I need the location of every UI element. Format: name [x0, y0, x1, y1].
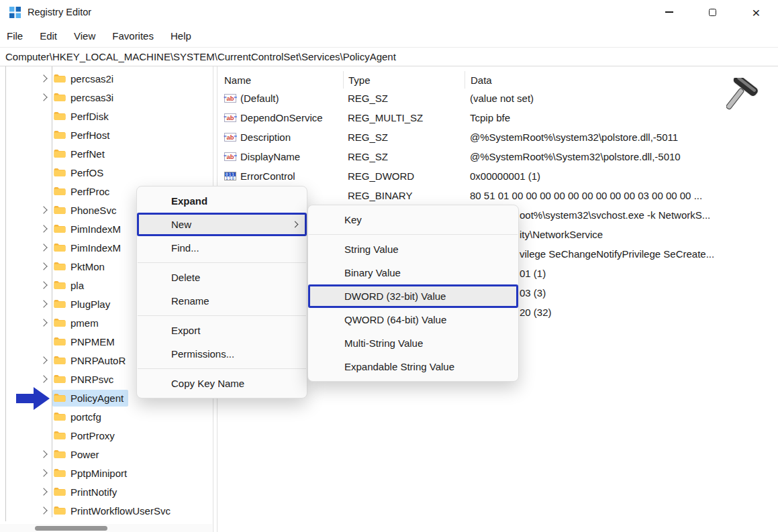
- expand-chevron-icon[interactable]: [40, 507, 47, 514]
- context-menu-item-rename[interactable]: Rename: [137, 289, 307, 313]
- tree-item-portproxy[interactable]: PortProxy: [0, 426, 213, 445]
- tree-item-perfos[interactable]: PerfOS: [0, 163, 213, 182]
- folder-icon: [54, 487, 66, 496]
- expand-chevron-icon[interactable]: [40, 206, 47, 213]
- folder-icon: [54, 205, 66, 215]
- tree-item-perfdisk[interactable]: PerfDisk: [0, 107, 213, 125]
- minimize-button[interactable]: [647, 0, 691, 24]
- new-submenu-item-expandable-string-value[interactable]: Expandable String Value: [308, 355, 518, 378]
- new-submenu-item-dword-32-bit-value[interactable]: DWORD (32-bit) Value: [308, 284, 518, 308]
- tree-item-label: PhoneSvc: [70, 205, 116, 216]
- new-submenu: KeyString ValueBinary ValueDWORD (32-bit…: [307, 205, 519, 382]
- annotation-arrow-icon: [16, 386, 51, 411]
- value-name-cell: "ab"DependOnService: [217, 112, 343, 123]
- submenu-arrow-icon: [292, 221, 299, 228]
- new-submenu-item-binary-value[interactable]: Binary Value: [308, 261, 518, 284]
- column-header-name[interactable]: Name: [217, 71, 343, 89]
- folder-icon: [54, 243, 66, 252]
- context-menu-item-copy-key-name[interactable]: Copy Key Name: [137, 372, 307, 395]
- tree-item-label: PNRPsvc: [70, 374, 113, 385]
- expand-chevron-icon[interactable]: [40, 469, 47, 476]
- tree-horizontal-scrollbar-thumb[interactable]: [35, 526, 107, 531]
- tree-item-printnotify[interactable]: PrintNotify: [0, 482, 213, 501]
- folder-icon: [54, 280, 66, 290]
- folder-icon: [54, 393, 66, 403]
- maximize-button[interactable]: [691, 0, 734, 24]
- expand-chevron-icon[interactable]: [40, 225, 47, 232]
- value-row-displayname[interactable]: "ab"DisplayNameREG_SZ@%SystemRoot%\Syste…: [217, 147, 778, 166]
- value-name: (Default): [240, 93, 279, 104]
- expand-chevron-icon[interactable]: [40, 93, 47, 101]
- expand-chevron-icon[interactable]: [40, 244, 47, 251]
- tree-item-perfhost[interactable]: PerfHost: [0, 125, 213, 144]
- tree-item-label: PptpMiniport: [70, 468, 127, 479]
- tree-item-label: PlugPlay: [70, 299, 110, 310]
- folder-icon: [54, 356, 66, 365]
- new-submenu-item-key[interactable]: Key: [308, 208, 518, 231]
- expand-chevron-icon[interactable]: [40, 262, 47, 270]
- menu-item-label: Export: [171, 325, 200, 336]
- value-row-dependonservice[interactable]: "ab"DependOnServiceREG_MULTI_SZTcpip bfe: [217, 108, 778, 127]
- window-controls: ×: [647, 0, 778, 24]
- folder-icon: [54, 224, 66, 233]
- expand-chevron-icon[interactable]: [40, 319, 47, 326]
- menu-favorites[interactable]: Favorites: [111, 29, 154, 43]
- value-type: REG_DWORD: [343, 170, 465, 182]
- tree-item-pptpminiport[interactable]: PptpMiniport: [0, 464, 213, 482]
- context-menu-item-delete[interactable]: Delete: [137, 266, 307, 289]
- context-menu-item-permissions[interactable]: Permissions...: [137, 342, 307, 366]
- tree-item-label: PktMon: [70, 261, 105, 272]
- tree-item-percsas2i[interactable]: percsas2i: [0, 69, 213, 88]
- expand-chevron-icon[interactable]: [40, 488, 47, 495]
- menu-view[interactable]: View: [73, 29, 96, 43]
- tree-item-label: PerfHost: [70, 129, 109, 141]
- tree-item-power[interactable]: Power: [0, 445, 213, 464]
- menu-file[interactable]: File: [6, 29, 23, 43]
- value-name: ErrorControl: [240, 170, 295, 182]
- address-path: Computer\HKEY_LOCAL_MACHINE\SYSTEM\Curre…: [5, 51, 396, 62]
- tree-item-label: PimIndexM: [70, 242, 121, 254]
- expand-chevron-icon[interactable]: [40, 74, 47, 82]
- context-menu-item-expand[interactable]: Expand: [137, 189, 307, 213]
- tree-item-percsas3i[interactable]: percsas3i: [0, 88, 213, 107]
- tree-horizontal-scrollbar[interactable]: [0, 524, 212, 532]
- folder-icon: [54, 374, 66, 384]
- folder-icon: [54, 130, 66, 140]
- new-submenu-item-qword-64-bit-value[interactable]: QWORD (64-bit) Value: [308, 308, 518, 331]
- context-menu-item-new[interactable]: New: [137, 213, 307, 236]
- value-row-description[interactable]: "ab"DescriptionREG_SZ@%SystemRoot%\syste…: [217, 127, 778, 147]
- close-button[interactable]: ×: [734, 0, 778, 24]
- expand-chevron-icon[interactable]: [40, 375, 47, 382]
- value-name-cell: "ab"(Default): [217, 93, 343, 104]
- value-type: REG_MULTI_SZ: [343, 112, 465, 123]
- new-submenu-item-multi-string-value[interactable]: Multi-String Value: [308, 331, 518, 355]
- value-type: REG_BINARY: [343, 190, 465, 201]
- tree-item-label: PolicyAgent: [70, 392, 124, 404]
- tree-item-printworkflowusersvc[interactable]: PrintWorkflowUserSvc: [0, 501, 213, 520]
- column-header-type[interactable]: Type: [343, 71, 465, 89]
- expand-chevron-icon[interactable]: [40, 281, 47, 288]
- new-submenu-item-string-value[interactable]: String Value: [308, 237, 518, 261]
- menu-item-label: Find...: [171, 242, 199, 254]
- context-menu-item-find[interactable]: Find...: [137, 236, 307, 260]
- context-menu-item-export[interactable]: Export: [137, 319, 307, 342]
- window-title: Registry Editor: [28, 7, 91, 17]
- expand-chevron-icon[interactable]: [40, 300, 47, 307]
- menu-item-label: Expand: [171, 195, 207, 207]
- expand-chevron-icon[interactable]: [40, 450, 47, 458]
- value-row-errorcontrol[interactable]: 011110ErrorControlREG_DWORD0x00000001 (1…: [217, 166, 778, 186]
- menu-help[interactable]: Help: [170, 29, 192, 43]
- folder-icon: [54, 468, 66, 478]
- folder-icon: [54, 187, 66, 196]
- value-name-cell: "ab"DisplayName: [217, 151, 343, 162]
- folder-icon: [54, 262, 66, 271]
- expand-chevron-icon[interactable]: [40, 356, 47, 364]
- menu-edit[interactable]: Edit: [39, 29, 58, 43]
- address-bar[interactable]: Computer\HKEY_LOCAL_MACHINE\SYSTEM\Curre…: [0, 47, 778, 66]
- tree-item-perfnet[interactable]: PerfNet: [0, 144, 213, 163]
- value-row-default[interactable]: "ab"(Default)REG_SZ(value not set): [217, 89, 778, 108]
- tree-item-label: percsas3i: [70, 92, 113, 103]
- string-value-icon: "ab": [224, 113, 236, 122]
- value-type: REG_SZ: [343, 93, 465, 104]
- tree-item-label: PNRPAutoR: [70, 355, 126, 366]
